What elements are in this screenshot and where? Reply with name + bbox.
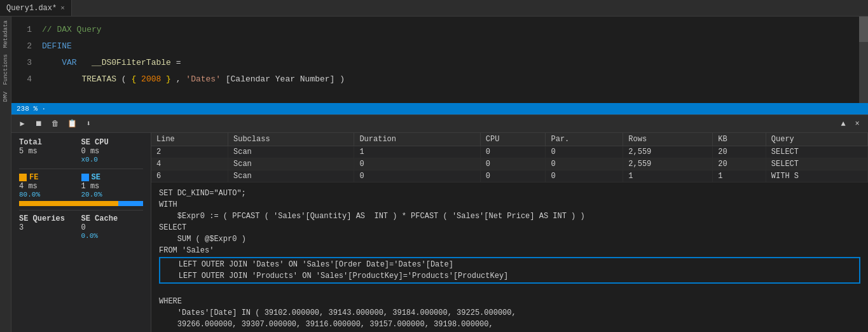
- panel-toolbar-right: ▲ ×: [837, 118, 863, 130]
- toolbar-delete-button[interactable]: 🗑: [50, 118, 61, 130]
- cell-subclass: Scan: [228, 170, 354, 183]
- fe-pct[interactable]: 80.0%: [19, 191, 81, 198]
- table-row[interactable]: 4 Scan 0 0 0 2,559 20 SELECT: [151, 158, 868, 170]
- cell-rows: 2,559: [623, 146, 713, 158]
- query-text-area[interactable]: SET DC_KIND="AUTO"; WITH $Expr0 := ( PFC…: [151, 183, 868, 332]
- bottom-panel: ▶ ⏹ 🗑 📋 ⬇ ▲ × Total 5 ms SE CPU: [11, 115, 868, 332]
- editor-footer: 238 % ·: [11, 103, 868, 114]
- se-label: SE: [81, 173, 144, 182]
- cell-subclass: Scan: [228, 146, 354, 158]
- se-cpu-link[interactable]: x0.0: [81, 156, 144, 163]
- query-line-dates-2: 39266.000000, 39307.000000, 39116.000000…: [159, 320, 493, 329]
- divider-1: [19, 169, 143, 169]
- panel-toolbar: ▶ ⏹ 🗑 📋 ⬇ ▲ ×: [11, 115, 868, 133]
- toolbar-download-button[interactable]: ⬇: [83, 118, 94, 130]
- number-2008: 2008: [141, 74, 161, 84]
- fe-se-row: FE 4 ms 80.0% SE 1 ms 20.0%: [19, 173, 143, 198]
- main-area: 1 // DAX Query 2 DEFINE 3 VAR __DS0Filte…: [11, 17, 868, 332]
- code-editor[interactable]: 1 // DAX Query 2 DEFINE 3 VAR __DS0Filte…: [11, 17, 868, 115]
- equals-sign: =: [176, 58, 181, 67]
- query-area: Line Subclass Duration CPU Par. Rows KB …: [151, 133, 868, 332]
- sidebar-item-functions[interactable]: Functions: [1, 53, 10, 86]
- panel-collapse-button[interactable]: ▲: [837, 118, 849, 130]
- col-subclass: Subclass: [228, 133, 354, 146]
- table-wrapper[interactable]: Line Subclass Duration CPU Par. Rows KB …: [151, 133, 868, 183]
- total-col: Total 5 ms: [19, 138, 81, 163]
- col-duration: Duration: [354, 133, 480, 146]
- cell-line: 4: [151, 158, 228, 170]
- cell-kb: 1: [713, 170, 766, 183]
- query-line-1: SET DC_KIND="AUTO";: [159, 189, 246, 198]
- left-sidebar: Metadata Functions DMV: [0, 17, 11, 332]
- se-pct[interactable]: 20.0%: [81, 191, 144, 198]
- cell-par: 0: [546, 170, 623, 183]
- cell-cpu: 0: [480, 146, 546, 158]
- query-text-pre: SET DC_KIND="AUTO"; WITH $Expr0 := ( PFC…: [159, 188, 860, 332]
- fe-label-text: FE: [29, 173, 38, 182]
- table-row[interactable]: 6 Scan 0 0 0 1 1 WITH S: [151, 170, 868, 183]
- table-row[interactable]: 2 Scan 1 0 0 2,559 20 SELECT: [151, 146, 868, 158]
- define-keyword: DEFINE: [42, 41, 72, 51]
- table-header-row: Line Subclass Duration CPU Par. Rows KB …: [151, 133, 868, 146]
- se-cache-col: SE Cache 0 0.0%: [81, 214, 144, 240]
- total-value: 5 ms: [19, 147, 81, 156]
- fe-label: FE: [19, 173, 81, 182]
- code-content-3: VAR __DS0FilterTable =: [42, 55, 181, 71]
- table-body: 2 Scan 1 0 0 2,559 20 SELECT 4: [151, 146, 868, 183]
- col-kb: KB: [713, 133, 766, 146]
- col-rows: Rows: [623, 133, 713, 146]
- query-line-where: WHERE: [159, 297, 182, 306]
- cell-subclass: Scan: [228, 158, 354, 170]
- tab-query1[interactable]: Query1.dax* ×: [0, 0, 72, 16]
- query-highlighted-block: LEFT OUTER JOIN 'Dates' ON 'Sales'[Order…: [159, 257, 860, 284]
- line-number-3: 3: [17, 55, 32, 71]
- toolbar-play-button[interactable]: ▶: [17, 118, 28, 130]
- table-header: Line Subclass Duration CPU Par. Rows KB …: [151, 133, 868, 146]
- sidebar-item-metadata[interactable]: Metadata: [1, 19, 10, 49]
- se-queries-value: 3: [19, 223, 81, 232]
- toolbar-copy-button[interactable]: 📋: [66, 118, 78, 130]
- panel-close-button[interactable]: ×: [851, 118, 863, 130]
- cell-query: SELECT: [766, 146, 867, 158]
- editor-scrollbar-thumb[interactable]: [859, 17, 868, 42]
- cell-line: 2: [151, 146, 228, 158]
- se-cpu-value: 0 ms: [81, 147, 144, 156]
- panel-content: Total 5 ms SE CPU 0 ms x0.0: [11, 133, 868, 332]
- stats-queries-row: SE Queries 3 SE Cache 0 0.0%: [19, 214, 143, 240]
- query-line-2: WITH: [159, 200, 177, 209]
- cell-rows: 2,559: [623, 158, 713, 170]
- cell-par: 0: [546, 158, 623, 170]
- fe-value: 4 ms: [19, 182, 81, 191]
- cell-kb: 20: [713, 158, 766, 170]
- tab-bar: Query1.dax* ×: [0, 0, 868, 17]
- line-number-1: 1: [17, 22, 32, 38]
- se-cache-pct[interactable]: 0.0%: [81, 232, 144, 240]
- cell-cpu: 0: [480, 170, 546, 183]
- comma: ,: [176, 74, 186, 84]
- code-line-1: 1 // DAX Query: [17, 22, 868, 38]
- dates-table: 'Dates': [186, 74, 221, 84]
- se-queries-label: SE Queries: [19, 214, 81, 223]
- editor-scrollbar[interactable]: [859, 17, 868, 104]
- se-dot-icon: [81, 174, 89, 181]
- query-line-3: $Expr0 := ( PFCAST ( 'Sales'[Quantity] A…: [159, 212, 585, 221]
- se-label-text: SE: [92, 173, 100, 182]
- se-cache-label: SE Cache: [81, 214, 144, 223]
- sidebar-item-dmv[interactable]: DMV: [1, 90, 10, 103]
- cell-duration: 0: [354, 170, 480, 183]
- progress-se-bar: [118, 201, 143, 206]
- code-content-2: DEFINE: [42, 38, 72, 55]
- paren-close: ): [340, 74, 345, 84]
- toolbar-stop-button[interactable]: ⏹: [33, 118, 45, 130]
- line-number-4: 4: [17, 71, 32, 88]
- cell-line: 6: [151, 170, 228, 183]
- col-line: Line: [151, 133, 228, 146]
- tab-close-button[interactable]: ×: [60, 4, 65, 12]
- se-queries-col: SE Queries 3: [19, 214, 81, 240]
- code-line-4: 4 TREATAS ( { 2008 } , 'Dates' [Calendar…: [17, 71, 868, 88]
- progress-bar: [19, 201, 143, 206]
- bracket-field: [Calendar Year Number]: [226, 74, 335, 84]
- progress-fe-bar: [19, 201, 118, 206]
- se-value: 1 ms: [81, 182, 144, 191]
- col-query: Query: [766, 133, 867, 146]
